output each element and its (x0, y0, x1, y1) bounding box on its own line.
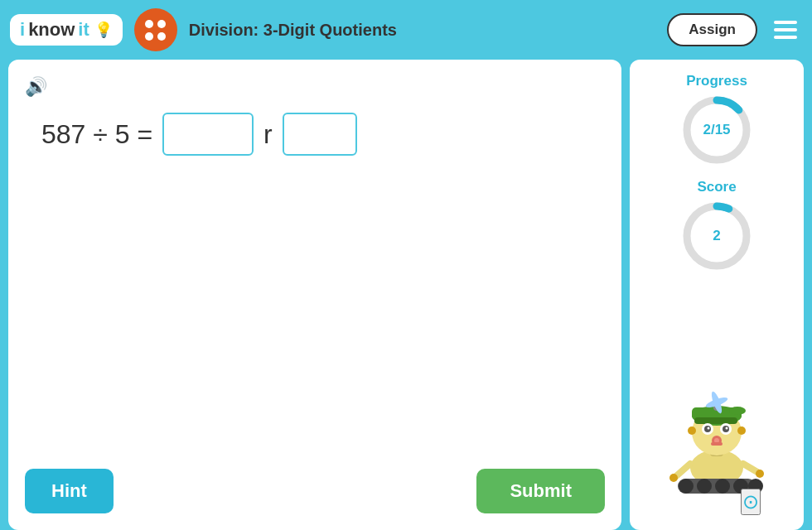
dice-dots (142, 17, 169, 44)
logo: iknowit 💡 (10, 14, 123, 46)
main-content: 🔊 587 ÷ 5 = r Hint Submit Progress 2/15 (8, 60, 804, 530)
action-buttons: Hint Submit (25, 469, 605, 513)
dot-2 (157, 20, 166, 28)
svg-point-12 (669, 474, 678, 482)
logo-it: it (78, 19, 89, 41)
svg-point-8 (715, 479, 730, 494)
svg-line-13 (743, 464, 757, 472)
svg-point-28 (708, 427, 710, 430)
progress-value: 2/15 (703, 122, 730, 138)
progress-section: Progress 2/15 (679, 73, 754, 167)
equation-text: 587 ÷ 5 = (41, 119, 152, 150)
character-area: ⊙ (663, 282, 771, 522)
answer-input[interactable] (162, 113, 254, 156)
problem-area: 587 ÷ 5 = r (41, 113, 605, 156)
progress-title: Progress (679, 73, 754, 89)
dot-1 (145, 20, 153, 28)
dot-4 (157, 32, 166, 41)
menu-button[interactable] (769, 16, 802, 44)
svg-point-34 (737, 426, 746, 435)
score-ring: 2 (679, 199, 754, 273)
remainder-label: r (263, 119, 273, 150)
problem-panel: 🔊 587 ÷ 5 = r Hint Submit (8, 60, 621, 530)
dice-icon (134, 8, 177, 51)
svg-line-11 (676, 464, 690, 476)
logo-know: know (28, 19, 75, 41)
svg-point-7 (697, 479, 712, 494)
remainder-input[interactable] (283, 113, 357, 156)
hamburger-line-3 (774, 36, 797, 39)
progress-ring: 2/15 (679, 93, 754, 167)
score-title: Score (697, 179, 736, 195)
lesson-title: Division: 3-Digit Quotients (189, 21, 656, 40)
svg-rect-32 (711, 442, 723, 446)
score-section: Score 2 (679, 179, 754, 273)
svg-point-33 (688, 426, 696, 435)
character-svg (663, 373, 771, 497)
sound-button[interactable]: 🔊 (25, 76, 605, 98)
svg-point-14 (756, 470, 764, 478)
bulb-icon: 💡 (94, 21, 113, 39)
assign-button[interactable]: Assign (667, 13, 757, 46)
svg-point-6 (679, 479, 694, 494)
hamburger-line-1 (774, 21, 797, 24)
back-arrow-button[interactable]: ⊙ (741, 489, 761, 515)
score-value: 2 (713, 228, 720, 244)
hint-button[interactable]: Hint (25, 469, 114, 513)
sidebar-panel: Progress 2/15 Score 2 (630, 60, 804, 530)
dot-3 (145, 32, 153, 41)
sound-icon: 🔊 (25, 76, 47, 98)
svg-rect-20 (694, 417, 737, 424)
logo-i: i (20, 19, 25, 41)
svg-point-19 (729, 407, 746, 415)
submit-button[interactable]: Submit (476, 469, 605, 513)
svg-point-29 (726, 427, 728, 430)
header: iknowit 💡 Division: 3-Digit Quotients As… (0, 0, 812, 60)
hamburger-line-2 (774, 28, 797, 31)
